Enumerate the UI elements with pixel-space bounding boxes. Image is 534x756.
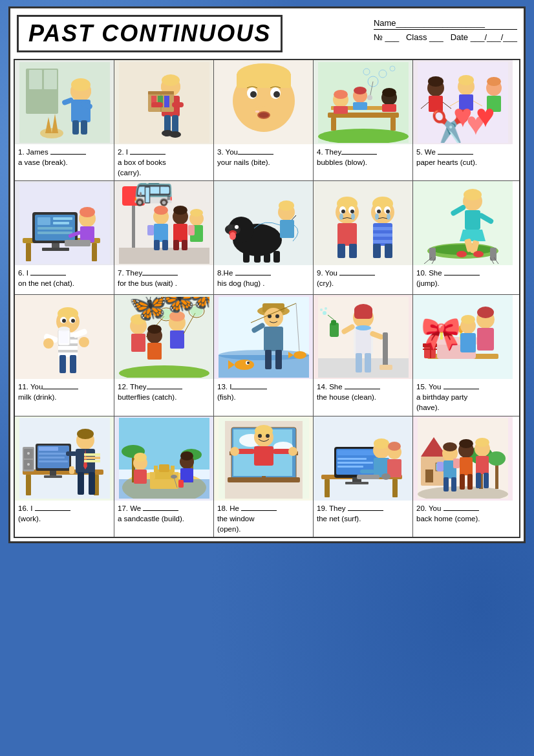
name-field: Name___________________ [374, 18, 517, 30]
svg-rect-50 [331, 118, 336, 131]
svg-rect-46 [255, 111, 259, 113]
svg-rect-307 [84, 453, 100, 456]
svg-point-66 [382, 88, 396, 97]
svg-rect-3 [44, 70, 57, 89]
svg-rect-161 [373, 233, 392, 237]
svg-point-54 [334, 90, 348, 99]
svg-rect-281 [460, 333, 476, 352]
cell-8: 8.He his dog (hug) . [214, 181, 314, 294]
svg-point-70 [428, 76, 443, 87]
svg-rect-133 [254, 253, 261, 263]
svg-rect-308 [78, 472, 84, 495]
svg-point-378 [381, 473, 390, 480]
svg-rect-392 [443, 477, 449, 491]
cell-4-image [314, 60, 412, 144]
cell-10: 10. She (jump). [413, 181, 513, 294]
svg-point-18 [162, 74, 180, 86]
cell-18-image [214, 416, 313, 501]
cell-5-image: ✂️ ♥ ♥ ♥ [413, 60, 513, 144]
svg-rect-94 [37, 217, 50, 225]
cell-10-text: 10. She (jump). [413, 265, 513, 294]
cell-14: 14. She the house (clean). [314, 295, 413, 415]
cell-17-text: 17. We a sandcastle (build). [114, 501, 213, 530]
svg-point-390 [443, 442, 457, 451]
svg-point-129 [235, 225, 239, 229]
svg-point-235 [275, 314, 279, 318]
cell-8-text: 8.He his dog (hug) . [214, 265, 313, 294]
cell-11-text: 11. You milk (drink). [15, 379, 114, 408]
student-info: Name___________________ № ___ Class ___ … [374, 15, 517, 42]
svg-rect-135 [273, 251, 280, 263]
svg-point-156 [386, 210, 390, 213]
svg-rect-404 [437, 462, 443, 471]
svg-point-313 [27, 452, 30, 455]
cell-17: 17. We a sandcastle (build). [114, 416, 214, 537]
svg-rect-27 [172, 102, 184, 107]
svg-rect-95 [53, 217, 72, 220]
svg-rect-208 [131, 334, 145, 352]
svg-rect-11 [81, 120, 87, 135]
svg-rect-361 [392, 479, 398, 497]
svg-rect-289 [26, 475, 31, 495]
svg-rect-202 [59, 355, 66, 373]
cell-15: 🎀 15. You a birthday party (have). [413, 295, 513, 415]
svg-text:♥: ♥ [476, 98, 495, 134]
cell-12-image: 🦋 🦋 🦋 [114, 295, 213, 379]
svg-rect-328 [154, 466, 158, 471]
svg-rect-123 [188, 225, 195, 235]
svg-point-57 [354, 87, 367, 94]
cell-3-text: 3. You your nails (bite). [214, 144, 313, 173]
svg-rect-297 [50, 471, 56, 476]
svg-rect-336 [178, 480, 184, 488]
svg-rect-25 [164, 96, 169, 107]
svg-rect-122 [147, 225, 154, 235]
svg-point-300 [77, 429, 94, 439]
svg-point-190 [71, 319, 75, 323]
svg-point-38 [250, 91, 257, 98]
cell-4: 4. They bubbles (blow). [314, 60, 413, 180]
svg-point-331 [134, 453, 147, 462]
cell-8-image [214, 181, 313, 265]
cell-7: 🚌 [114, 181, 214, 294]
svg-rect-364 [337, 450, 376, 455]
svg-point-277 [477, 307, 494, 318]
svg-rect-58 [353, 102, 367, 110]
svg-rect-260 [383, 332, 388, 368]
svg-rect-148 [337, 223, 357, 246]
svg-rect-405 [453, 459, 460, 468]
svg-rect-352 [254, 446, 273, 466]
svg-rect-377 [357, 475, 379, 479]
svg-point-45 [259, 113, 269, 118]
cell-16-text: 16. I (work). [15, 501, 114, 530]
cell-20: 20. You back home (come). [413, 416, 513, 537]
cell-16: 16. I (work). [15, 416, 114, 537]
svg-point-115 [173, 206, 187, 215]
svg-rect-365 [337, 458, 367, 460]
svg-rect-89 [92, 243, 97, 261]
svg-rect-176 [465, 210, 480, 230]
svg-rect-263 [365, 353, 371, 373]
cell-9-text: 9. You (cry). [314, 265, 412, 294]
cell-3-image [214, 60, 313, 144]
svg-rect-393 [451, 477, 456, 491]
svg-rect-111 [154, 224, 168, 242]
cell-20-image [413, 416, 513, 501]
svg-rect-116 [173, 224, 187, 242]
svg-point-338 [171, 475, 177, 479]
svg-rect-139 [318, 183, 409, 264]
svg-rect-295 [39, 457, 65, 459]
cell-20-text: 20. You back home (come). [413, 501, 513, 530]
svg-point-128 [228, 224, 233, 230]
svg-point-100 [80, 207, 95, 217]
svg-rect-303 [66, 451, 77, 456]
svg-rect-305 [84, 460, 100, 462]
svg-rect-261 [379, 365, 392, 370]
svg-rect-201 [59, 330, 69, 343]
svg-point-197 [43, 338, 54, 349]
svg-point-183 [473, 251, 484, 257]
cell-16-image [15, 416, 114, 501]
svg-rect-220 [147, 343, 162, 360]
svg-rect-117 [173, 240, 179, 250]
svg-rect-98 [37, 232, 72, 234]
svg-point-182 [456, 251, 467, 257]
